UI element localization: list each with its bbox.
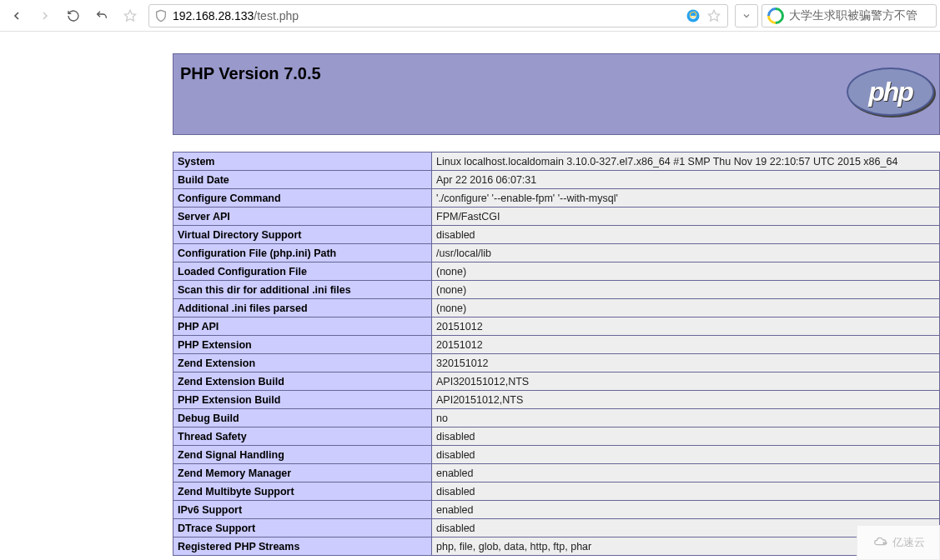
table-row: Thread Safetydisabled xyxy=(173,428,940,446)
info-value: disabled xyxy=(432,446,940,464)
table-row: Debug Buildno xyxy=(173,409,940,428)
info-value: disabled xyxy=(432,482,940,501)
info-value: /usr/local/lib xyxy=(432,244,940,262)
svg-marker-0 xyxy=(124,10,135,21)
php-logo: php xyxy=(847,68,934,116)
table-row: Zend Multibyte Supportdisabled xyxy=(173,482,940,501)
info-key: Scan this dir for additional .ini files xyxy=(173,281,432,299)
info-key: System xyxy=(173,152,432,171)
shield-icon xyxy=(154,9,168,22)
table-row: Zend Extension320151012 xyxy=(173,354,940,372)
table-row: Loaded Configuration File(none) xyxy=(173,262,940,281)
info-key: PHP API xyxy=(173,318,432,336)
info-key: Zend Signal Handling xyxy=(173,446,432,464)
bookmark-button[interactable] xyxy=(117,2,143,29)
info-value: './configure' '--enable-fpm' '--with-mys… xyxy=(432,189,940,208)
info-value: (none) xyxy=(432,262,940,281)
info-key: Server API xyxy=(173,208,432,226)
table-row: Zend Memory Managerenabled xyxy=(173,464,940,482)
info-key: Zend Extension Build xyxy=(173,372,432,391)
browser-toolbar: 192.168.28.133/test.php 大学生求职被骗警方不管 xyxy=(0,0,940,32)
info-key: IPv6 Support xyxy=(173,501,432,519)
url-text: 192.168.28.133/test.php xyxy=(173,9,681,22)
info-value: (none) xyxy=(432,299,940,318)
table-row: Additional .ini files parsed(none) xyxy=(173,299,940,318)
info-key: Configuration File (php.ini) Path xyxy=(173,244,432,262)
info-key: Debug Build xyxy=(173,409,432,428)
compat-ie-icon[interactable] xyxy=(686,8,701,23)
info-key: Build Date xyxy=(173,171,432,189)
table-row: Build DateApr 22 2016 06:07:31 xyxy=(173,171,940,189)
search-box[interactable]: 大学生求职被骗警方不管 xyxy=(762,4,937,28)
address-bar[interactable]: 192.168.28.133/test.php xyxy=(148,4,728,28)
info-value: disabled xyxy=(432,428,940,446)
watermark: 亿速云 xyxy=(857,525,940,560)
table-row: DTrace Supportdisabled xyxy=(173,519,940,538)
url-dropdown[interactable] xyxy=(735,4,758,28)
info-key: Additional .ini files parsed xyxy=(173,299,432,318)
info-key: Zend Multibyte Support xyxy=(173,482,432,501)
table-row: Virtual Directory Supportdisabled xyxy=(173,226,940,244)
table-row: Scan this dir for additional .ini files(… xyxy=(173,281,940,299)
info-value: no xyxy=(432,409,940,428)
info-value: 20151012 xyxy=(432,318,940,336)
table-row: PHP Extension20151012 xyxy=(173,336,940,354)
info-key: Configure Command xyxy=(173,189,432,208)
info-key: DTrace Support xyxy=(173,519,432,538)
page-content: PHP Version 7.0.5 php SystemLinux localh… xyxy=(0,32,940,560)
info-value: (none) xyxy=(432,281,940,299)
fav-star-icon[interactable] xyxy=(706,2,722,29)
info-value: 20151012 xyxy=(432,336,940,354)
table-row: Server APIFPM/FastCGI xyxy=(173,208,940,226)
table-row: Configuration File (php.ini) Path/usr/lo… xyxy=(173,244,940,262)
search-engine-icon xyxy=(767,8,784,24)
reload-button[interactable] xyxy=(60,2,87,29)
info-key: Loaded Configuration File xyxy=(173,262,432,281)
phpinfo-table: SystemLinux localhost.localdomain 3.10.0… xyxy=(173,152,940,556)
info-value: API320151012,NTS xyxy=(432,372,940,391)
info-value: Linux localhost.localdomain 3.10.0-327.e… xyxy=(432,152,940,171)
info-value: 320151012 xyxy=(432,354,940,372)
table-row: SystemLinux localhost.localdomain 3.10.0… xyxy=(173,152,940,171)
info-value: FPM/FastCGI xyxy=(432,208,940,226)
table-row: Registered PHP Streamsphp, file, glob, d… xyxy=(173,538,940,556)
page-title: PHP Version 7.0.5 xyxy=(180,54,321,83)
info-value: Apr 22 2016 06:07:31 xyxy=(432,171,940,189)
info-key: PHP Extension Build xyxy=(173,391,432,409)
info-key: Zend Memory Manager xyxy=(173,464,432,482)
phpinfo-header: PHP Version 7.0.5 php xyxy=(173,53,940,135)
back-button[interactable] xyxy=(3,2,30,29)
info-value: enabled xyxy=(432,464,940,482)
svg-marker-3 xyxy=(708,10,719,21)
info-key: Zend Extension xyxy=(173,354,432,372)
info-value: disabled xyxy=(432,226,940,244)
table-row: PHP API20151012 xyxy=(173,318,940,336)
info-key: Virtual Directory Support xyxy=(173,226,432,244)
table-row: Configure Command'./configure' '--enable… xyxy=(173,189,940,208)
table-row: PHP Extension BuildAPI20151012,NTS xyxy=(173,391,940,409)
table-row: Zend Signal Handlingdisabled xyxy=(173,446,940,464)
svg-point-4 xyxy=(883,542,885,544)
table-row: IPv6 Supportenabled xyxy=(173,501,940,519)
info-key: Registered PHP Streams xyxy=(173,538,432,556)
info-value: enabled xyxy=(432,501,940,519)
info-value: API20151012,NTS xyxy=(432,391,940,409)
info-key: Thread Safety xyxy=(173,428,432,446)
search-placeholder: 大学生求职被骗警方不管 xyxy=(789,8,917,23)
forward-button[interactable] xyxy=(32,2,58,29)
svg-point-5 xyxy=(885,542,887,544)
undo-button[interactable] xyxy=(88,2,115,29)
table-row: Zend Extension BuildAPI320151012,NTS xyxy=(173,372,940,391)
info-key: PHP Extension xyxy=(173,336,432,354)
